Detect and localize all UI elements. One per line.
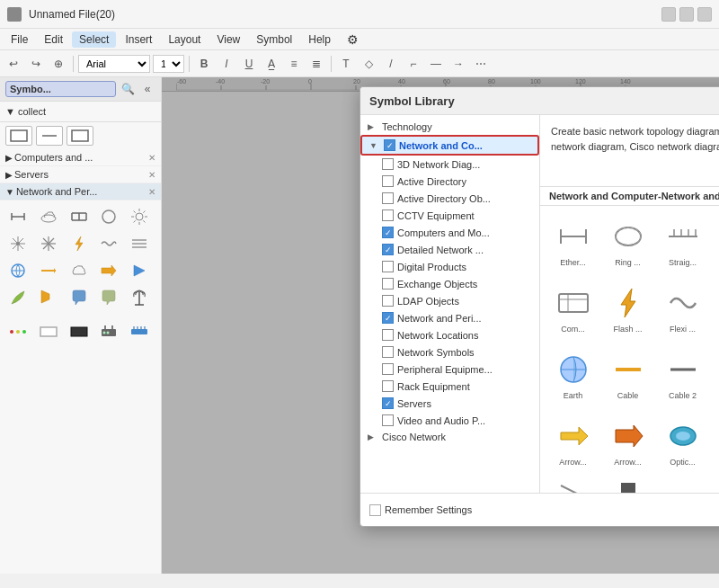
icon-asterisk[interactable]	[36, 231, 61, 256]
icon-flexi[interactable]: Flexi ...	[657, 280, 708, 343]
computers-close[interactable]: ✕	[148, 153, 155, 163]
menu-insert[interactable]: Insert	[118, 31, 159, 48]
icon-arrow-dl[interactable]: Arrow...	[712, 346, 719, 409]
tree-cisco[interactable]: ▶ Cisco Network	[360, 429, 539, 445]
text-button[interactable]: T	[336, 54, 356, 74]
redo-button[interactable]: ↪	[26, 54, 46, 74]
icon-fddi[interactable]: FDDI ...	[712, 213, 719, 276]
tree-cb-networkperi[interactable]	[382, 312, 394, 324]
icon-antenna[interactable]	[127, 285, 152, 310]
tree-cb-video[interactable]	[382, 414, 394, 426]
tree-servers[interactable]: Servers	[360, 395, 539, 412]
tree-exchange[interactable]: Exchange Objects	[360, 275, 539, 292]
icon-cable[interactable]: Cable	[602, 346, 653, 409]
icon-cable2[interactable]: Cable 2	[657, 346, 708, 409]
icon-partial1[interactable]	[547, 479, 599, 493]
font-size-select[interactable]: 12	[153, 55, 184, 73]
icon-black-box[interactable]	[67, 319, 92, 344]
rect-shape[interactable]	[5, 126, 32, 146]
tree-cb-digital[interactable]	[382, 261, 394, 272]
icon-straight[interactable]	[67, 204, 92, 229]
tree-computers[interactable]: Computers and Mo...	[360, 224, 539, 241]
icon-router[interactable]	[96, 319, 121, 344]
icon-sun1[interactable]	[127, 204, 152, 229]
icon-star[interactable]	[5, 231, 31, 256]
canvas-area[interactable]: -60 -40 -20 0 20 40 60 80 100 120 140 Sy…	[162, 77, 719, 574]
tree-network[interactable]: ▼ Network and Co...	[360, 135, 539, 156]
tree-cb-network[interactable]	[384, 139, 395, 151]
menu-extra[interactable]: ⚙	[340, 31, 366, 49]
line-button[interactable]: /	[381, 54, 401, 74]
shape-button[interactable]: ◇	[359, 54, 378, 74]
menu-file[interactable]: File	[4, 31, 35, 48]
minimize-button[interactable]	[661, 7, 676, 22]
icon-ethernet[interactable]: Ether...	[547, 213, 599, 276]
icon-arrow-yellow[interactable]: Arrow...	[547, 413, 599, 476]
icon-clouds[interactable]	[67, 258, 92, 283]
menu-select[interactable]: Select	[72, 31, 116, 48]
color-button[interactable]: A̲	[262, 54, 281, 74]
format-button[interactable]: ⊕	[49, 54, 68, 74]
icon-arrows[interactable]	[36, 258, 61, 283]
icon-cloud1[interactable]	[36, 204, 61, 229]
servers-close[interactable]: ✕	[148, 170, 155, 180]
menu-layout[interactable]: Layout	[161, 31, 208, 48]
icon-eth[interactable]	[5, 204, 31, 229]
icon-arrow-orange[interactable]: Arrow...	[602, 413, 653, 476]
tree-cb-netsym[interactable]	[382, 346, 394, 358]
tree-cb-computers[interactable]	[382, 227, 394, 238]
line-shape[interactable]	[36, 126, 63, 146]
tree-video[interactable]: Video and Audio P...	[360, 412, 539, 429]
collapse-button[interactable]: «	[139, 81, 155, 97]
tree-cb-peripheral[interactable]	[382, 363, 394, 375]
tree-digital[interactable]: Digital Products	[360, 258, 539, 275]
tree-networkperi[interactable]: Network and Peri...	[360, 309, 539, 326]
underline-button[interactable]: U	[239, 54, 259, 74]
tree-detailed[interactable]: Detailed Network ...	[360, 241, 539, 258]
tree-ldap[interactable]: LDAP Objects	[360, 292, 539, 309]
tree-activedir[interactable]: Active Directory	[360, 173, 539, 190]
maximize-button[interactable]	[679, 7, 694, 22]
servers-category[interactable]: ▶ Servers ✕	[0, 166, 161, 183]
icon-ring[interactable]: Ring ...	[602, 213, 653, 276]
icon-com[interactable]: Com...	[547, 280, 599, 343]
align-button[interactable]: ≡	[284, 54, 304, 74]
tree-cb-cctv[interactable]	[382, 209, 394, 221]
menu-edit[interactable]: Edit	[37, 31, 70, 48]
bold-button[interactable]: B	[194, 54, 214, 74]
network-close[interactable]: ✕	[148, 187, 155, 197]
arrow-button[interactable]: →	[448, 54, 468, 74]
font-select[interactable]: Arial	[78, 55, 150, 73]
connector-button[interactable]: ⌐	[404, 54, 423, 74]
tree-cb-servers[interactable]	[382, 397, 394, 409]
icon-lines[interactable]	[127, 231, 152, 256]
network-category[interactable]: ▼ Network and Per... ✕	[0, 183, 161, 200]
tree-technology[interactable]: ▶ Technology	[360, 119, 539, 135]
align2-button[interactable]: ≣	[306, 54, 326, 74]
menu-help[interactable]: Help	[301, 31, 338, 48]
tree-cb-activedir[interactable]	[382, 175, 394, 187]
icon-arrow2[interactable]	[96, 258, 121, 283]
tree-cb-rack[interactable]	[382, 380, 394, 392]
tree-cctv[interactable]: CCTV Equipment	[360, 207, 539, 224]
italic-button[interactable]: I	[217, 54, 236, 74]
tree-peripheral[interactable]: Peripheral Equipme...	[360, 361, 539, 378]
tree-rack[interactable]: Rack Equipment	[360, 378, 539, 395]
icon-optic[interactable]: Optic...	[657, 413, 708, 476]
icon-partial2[interactable]	[602, 479, 653, 493]
tree-3d[interactable]: 3D Network Diag...	[360, 156, 539, 173]
icon-earth[interactable]: Earth	[547, 346, 599, 409]
tree-netloc[interactable]: Network Locations	[360, 326, 539, 343]
tree-cb-netloc[interactable]	[382, 329, 394, 341]
undo-button[interactable]: ↩	[4, 54, 23, 74]
remember-checkbox[interactable]	[369, 504, 381, 516]
icon-flash[interactable]: Flash ...	[602, 280, 653, 343]
icon-cloud-speech1[interactable]: Cloud...	[712, 413, 719, 476]
icon-dot-row[interactable]	[5, 319, 31, 344]
icon-straight-bus[interactable]: Straig...	[657, 213, 708, 276]
icon-lightning[interactable]	[67, 231, 92, 256]
icon-play[interactable]	[127, 258, 152, 283]
icon-intern1[interactable]: Intern...	[712, 280, 719, 343]
icon-circle[interactable]	[96, 204, 121, 229]
tree-cb-activedirobj[interactable]	[382, 192, 394, 204]
